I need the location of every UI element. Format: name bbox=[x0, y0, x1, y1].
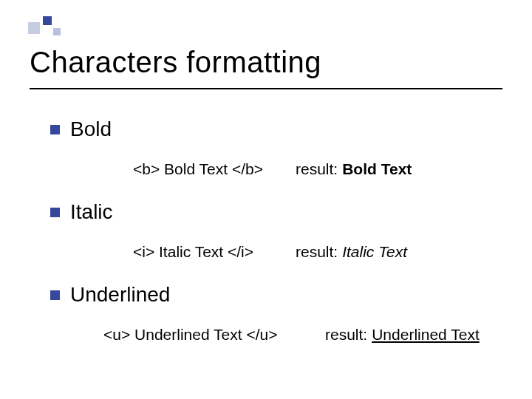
result-label: result: bbox=[296, 243, 338, 261]
code-sample: <i> Italic Text </i> bbox=[133, 243, 296, 261]
bullet-item-bold: Bold bbox=[30, 117, 502, 141]
bullet-icon bbox=[50, 125, 60, 134]
example-row-bold: <b> Bold Text </b> result: Bold Text bbox=[30, 141, 502, 200]
deco-square bbox=[53, 28, 61, 35]
result-label: result: bbox=[325, 326, 367, 344]
bullet-label: Underlined bbox=[70, 283, 170, 307]
bullet-icon bbox=[50, 290, 60, 300]
code-sample: <u> Underlined Text </u> bbox=[103, 326, 325, 344]
slide-content: Bold <b> Bold Text </b> result: Bold Tex… bbox=[30, 89, 502, 366]
deco-square bbox=[28, 22, 40, 34]
example-row-italic: <i> Italic Text </i> result: Italic Text bbox=[30, 224, 502, 283]
result-label: result: bbox=[296, 160, 338, 178]
bullet-item-underlined: Underlined bbox=[30, 283, 502, 307]
result-value: Bold Text bbox=[342, 160, 412, 178]
code-sample: <b> Bold Text </b> bbox=[133, 160, 296, 178]
bullet-item-italic: Italic bbox=[30, 200, 502, 224]
bullet-label: Italic bbox=[70, 200, 113, 224]
deco-square bbox=[43, 16, 52, 25]
slide: Characters formatting Bold <b> Bold Text… bbox=[0, 0, 532, 399]
bullet-icon bbox=[50, 208, 60, 217]
slide-title: Characters formatting bbox=[30, 0, 502, 79]
corner-decoration bbox=[28, 13, 95, 40]
result-value: Underlined Text bbox=[372, 326, 480, 344]
example-row-underlined: <u> Underlined Text </u> result: Underli… bbox=[30, 307, 502, 366]
result-value: Italic Text bbox=[342, 243, 407, 261]
bullet-label: Bold bbox=[70, 117, 112, 141]
